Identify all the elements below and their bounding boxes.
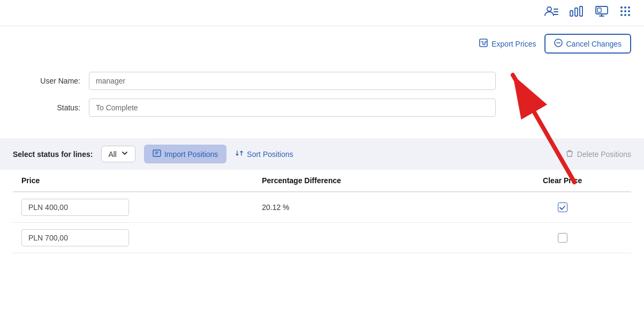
svg-point-17 xyxy=(628,14,630,16)
select-value: All xyxy=(108,150,117,159)
pct-cell-1: 20.12 % xyxy=(262,203,502,212)
svg-point-11 xyxy=(628,6,630,9)
price-input-1[interactable] xyxy=(21,199,129,216)
toolbar-section: Select status for lines: All Import Posi… xyxy=(0,138,644,170)
status-filter-select[interactable]: All xyxy=(101,146,135,162)
svg-rect-5 xyxy=(575,8,578,16)
price-cell-2 xyxy=(21,229,262,246)
export-icon xyxy=(479,38,488,49)
username-label: User Name: xyxy=(21,77,80,85)
svg-point-13 xyxy=(624,10,626,12)
checkbox-cell-2 xyxy=(502,233,623,243)
svg-rect-4 xyxy=(570,11,573,16)
svg-point-15 xyxy=(620,14,623,16)
price-column-header: Price xyxy=(21,176,262,185)
trash-icon xyxy=(565,149,574,159)
cancel-icon xyxy=(554,39,563,49)
table-header: Price Percentage Difference Clear Price xyxy=(13,170,631,192)
price-table: Price Percentage Difference Clear Price … xyxy=(0,170,644,253)
select-status-label: Select status for lines: xyxy=(13,150,93,159)
table-row: 20.12 % xyxy=(13,192,631,223)
sort-icon xyxy=(235,149,244,159)
clear-price-checkbox-1[interactable] xyxy=(558,202,567,212)
svg-rect-8 xyxy=(597,8,601,12)
export-prices-button[interactable]: Export Prices xyxy=(479,38,536,49)
top-navigation xyxy=(0,0,644,26)
svg-rect-21 xyxy=(153,150,161,156)
checkbox-cell-1 xyxy=(502,202,623,212)
chevron-down-icon xyxy=(121,149,128,159)
cancel-changes-button[interactable]: Cancel Changes xyxy=(544,34,631,54)
username-row: User Name: xyxy=(21,72,623,90)
svg-point-0 xyxy=(547,7,551,11)
delete-positions-button[interactable]: Delete Positions xyxy=(565,149,631,159)
chart-icon[interactable] xyxy=(569,5,584,20)
sort-positions-button[interactable]: Sort Positions xyxy=(235,149,293,159)
form-section: User Name: Status: xyxy=(0,61,644,138)
clear-price-column-header: Clear Price xyxy=(502,176,623,185)
svg-point-16 xyxy=(624,14,626,16)
grid-dots-icon[interactable] xyxy=(619,5,631,20)
table-row xyxy=(13,223,631,253)
status-row: Status: xyxy=(21,99,623,117)
import-positions-button[interactable]: Import Positions xyxy=(144,145,226,163)
price-input-2[interactable] xyxy=(21,229,129,246)
svg-rect-18 xyxy=(480,39,487,47)
status-label: Status: xyxy=(21,103,80,112)
action-bar: Export Prices Cancel Changes xyxy=(0,26,644,61)
pct-column-header: Percentage Difference xyxy=(262,176,502,185)
price-cell-1 xyxy=(21,199,262,216)
monitor-icon[interactable] xyxy=(595,5,609,20)
clear-price-checkbox-2[interactable] xyxy=(558,233,567,243)
username-input[interactable] xyxy=(89,72,496,90)
user-list-icon[interactable] xyxy=(544,5,558,20)
svg-point-9 xyxy=(620,6,623,9)
status-input[interactable] xyxy=(89,99,496,117)
svg-point-10 xyxy=(624,6,626,9)
svg-point-12 xyxy=(620,10,623,12)
svg-point-14 xyxy=(628,10,630,12)
import-icon xyxy=(153,149,161,159)
svg-rect-6 xyxy=(580,6,582,16)
